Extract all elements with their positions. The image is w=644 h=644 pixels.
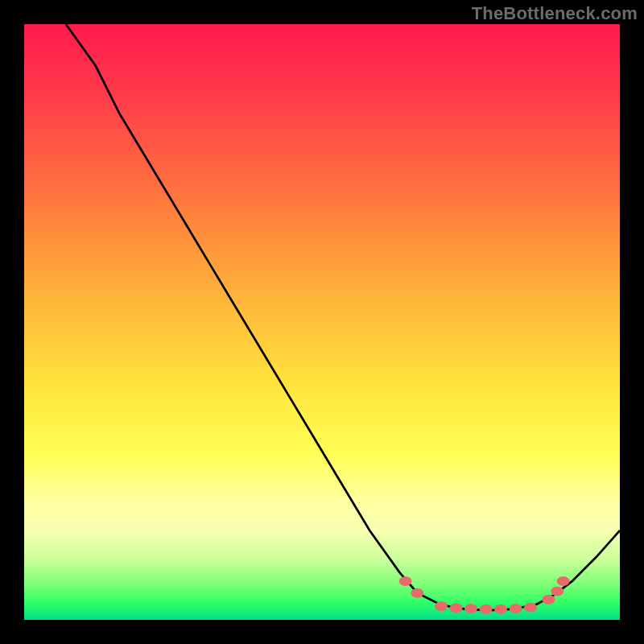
data-dot [542,595,555,605]
plot-area [24,24,620,620]
dot-cluster [399,576,570,614]
watermark-text: TheBottleneck.com [472,3,638,24]
main-curve [66,24,620,610]
data-dot [494,605,507,614]
data-dot [399,576,412,586]
data-dot [480,605,493,614]
data-dot [557,576,570,586]
data-dot [411,588,423,598]
chart-frame: TheBottleneck.com [0,0,644,644]
curve-layer [24,24,620,620]
data-dot [524,603,537,613]
data-dot [551,587,564,597]
data-dot [450,603,463,613]
data-dot [435,601,448,611]
data-dot [510,604,522,613]
data-dot [464,604,477,613]
